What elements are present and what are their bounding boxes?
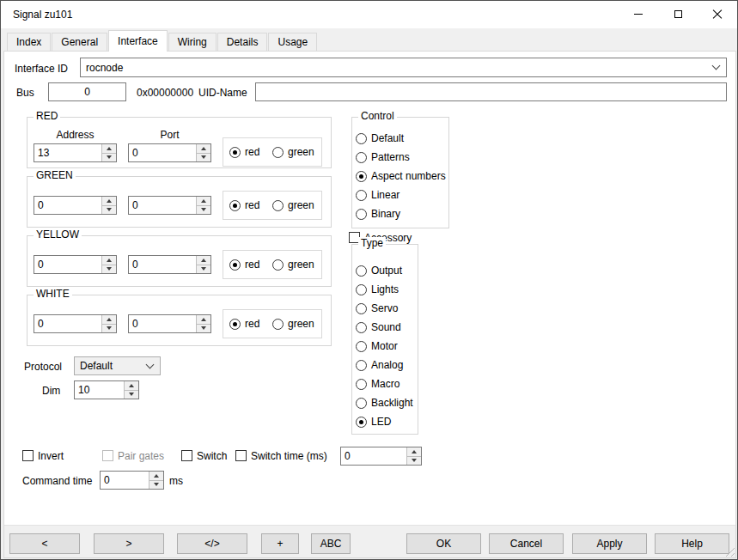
- invert-checkbox[interactable]: Invert: [22, 450, 64, 462]
- spin-up-button[interactable]: [407, 447, 421, 456]
- green-green-radio[interactable]: green: [272, 199, 314, 211]
- yellow-address-input[interactable]: [34, 256, 101, 273]
- plus-button[interactable]: +: [261, 533, 299, 554]
- spin-up-button[interactable]: [102, 256, 116, 265]
- spin-down-button[interactable]: [407, 456, 421, 466]
- switch-time-checkbox[interactable]: Switch time (ms): [235, 450, 327, 462]
- control-binary-radio[interactable]: Binary: [356, 208, 400, 220]
- spin-down-button[interactable]: [102, 153, 116, 162]
- yellow-address-spinner[interactable]: [34, 255, 117, 274]
- red-port-spinner[interactable]: [128, 143, 211, 162]
- yellow-red-radio[interactable]: red: [229, 259, 259, 271]
- tab-index[interactable]: Index: [7, 33, 51, 51]
- maximize-button[interactable]: [658, 1, 698, 27]
- tab-interface[interactable]: Interface: [108, 30, 168, 52]
- tab-general[interactable]: General: [52, 33, 107, 51]
- type-macro-radio[interactable]: Macro: [356, 378, 399, 390]
- dim-label: Dim: [42, 385, 60, 397]
- spin-down-button[interactable]: [125, 390, 138, 399]
- tab-details[interactable]: Details: [217, 33, 268, 51]
- spin-up-button[interactable]: [197, 144, 210, 153]
- spin-down-button[interactable]: [149, 480, 163, 490]
- spin-down-button[interactable]: [197, 265, 210, 274]
- white-port-input[interactable]: [129, 315, 196, 332]
- white-port-spinner[interactable]: [128, 314, 211, 333]
- spin-up-button[interactable]: [125, 381, 138, 390]
- uid-name-label: UID-Name: [198, 87, 247, 99]
- spin-up-button[interactable]: [102, 144, 116, 153]
- tab-usage[interactable]: Usage: [268, 33, 317, 51]
- cancel-button[interactable]: Cancel: [489, 533, 564, 554]
- minimize-icon: [634, 14, 643, 15]
- chevron-down-icon: [712, 62, 721, 70]
- help-button[interactable]: Help: [655, 533, 729, 554]
- spin-up-button[interactable]: [197, 256, 210, 265]
- dim-input[interactable]: [75, 381, 124, 399]
- spin-up-button[interactable]: [197, 197, 210, 205]
- type-motor-radio[interactable]: Motor: [356, 340, 398, 352]
- spin-up-button[interactable]: [149, 472, 163, 480]
- green-port-input[interactable]: [129, 197, 196, 214]
- green-port-spinner[interactable]: [128, 196, 211, 215]
- nav-next-button[interactable]: >: [94, 533, 164, 554]
- type-backlight-radio[interactable]: Backlight: [356, 397, 413, 409]
- command-time-spinner[interactable]: [100, 471, 164, 490]
- yellow-green-radio[interactable]: green: [272, 259, 314, 271]
- spin-down-button[interactable]: [102, 324, 116, 333]
- close-button[interactable]: [698, 1, 737, 27]
- switch-checkbox[interactable]: Switch: [181, 450, 227, 462]
- dim-spinner[interactable]: [74, 380, 139, 399]
- green-address-spinner[interactable]: [34, 196, 117, 215]
- white-green-radio[interactable]: green: [272, 318, 314, 330]
- type-analog-radio[interactable]: Analog: [356, 359, 403, 371]
- interface-id-select[interactable]: rocnode: [80, 58, 727, 77]
- command-time-input[interactable]: [101, 472, 149, 489]
- yellow-port-input[interactable]: [129, 256, 196, 273]
- ok-button[interactable]: OK: [406, 533, 481, 554]
- red-green-radio[interactable]: green: [272, 146, 314, 158]
- spin-up-button[interactable]: [102, 315, 116, 324]
- abc-button[interactable]: ABC: [311, 533, 351, 554]
- yellow-port-spinner[interactable]: [128, 255, 211, 274]
- protocol-select[interactable]: Default: [74, 356, 161, 375]
- minimize-button[interactable]: [619, 1, 658, 27]
- nav-prev-button[interactable]: <: [9, 533, 80, 554]
- bus-input[interactable]: [48, 82, 126, 101]
- green-address-input[interactable]: [34, 197, 101, 214]
- radio-icon: [272, 200, 284, 211]
- spin-up-button[interactable]: [197, 315, 210, 324]
- switch-time-spinner[interactable]: [340, 447, 422, 466]
- tab-wiring[interactable]: Wiring: [168, 33, 217, 51]
- control-patterns-radio[interactable]: Patterns: [356, 151, 410, 163]
- switch-time-input[interactable]: [341, 447, 406, 465]
- white-red-radio[interactable]: red: [229, 318, 259, 330]
- red-red-radio[interactable]: red: [229, 146, 259, 158]
- type-sound-radio[interactable]: Sound: [356, 321, 401, 333]
- control-linear-radio[interactable]: Linear: [356, 189, 399, 201]
- spin-down-button[interactable]: [197, 153, 210, 162]
- spin-down-button[interactable]: [102, 205, 116, 215]
- spin-up-button[interactable]: [102, 197, 116, 205]
- control-aspect-numbers-radio[interactable]: Aspect numbers: [356, 170, 446, 182]
- apply-button[interactable]: Apply: [572, 533, 647, 554]
- type-servo-radio[interactable]: Servo: [356, 302, 398, 314]
- type-lights-radio[interactable]: Lights: [356, 283, 399, 295]
- spin-down-button[interactable]: [102, 265, 116, 274]
- white-address-input[interactable]: [34, 315, 101, 332]
- control-default-radio[interactable]: Default: [356, 132, 404, 144]
- white-address-spinner[interactable]: [34, 314, 117, 333]
- interface-id-label: Interface ID: [15, 63, 68, 75]
- red-port-input[interactable]: [129, 144, 196, 161]
- red-address-input[interactable]: [34, 144, 101, 161]
- code-button[interactable]: </>: [177, 533, 247, 554]
- green-red-radio[interactable]: red: [229, 199, 259, 211]
- type-output-radio[interactable]: Output: [356, 265, 402, 277]
- titlebar[interactable]: Signal zu101: [1, 1, 737, 28]
- red-address-spinner[interactable]: [34, 143, 117, 162]
- radio-icon: [272, 147, 284, 158]
- spin-down-button[interactable]: [197, 324, 210, 333]
- spin-down-button[interactable]: [197, 205, 210, 215]
- radio-icon: [229, 319, 241, 330]
- uid-name-input[interactable]: [255, 82, 727, 101]
- type-led-radio[interactable]: LED: [356, 416, 391, 428]
